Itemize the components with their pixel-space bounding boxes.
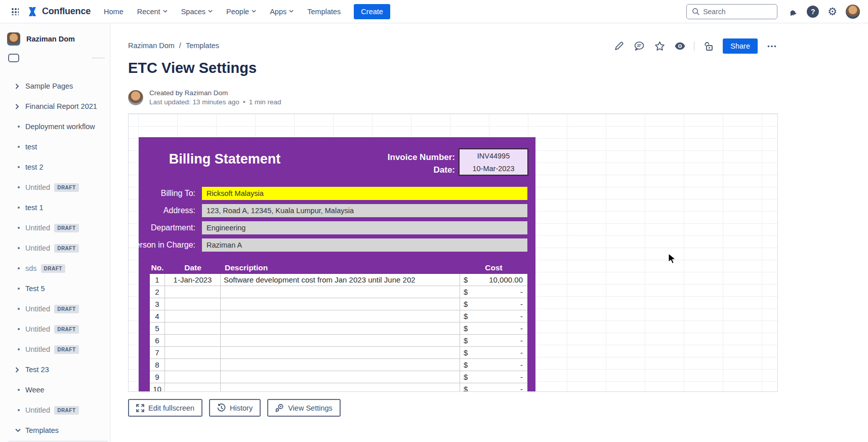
sidebar-item-templates[interactable]: Templates	[0, 420, 110, 440]
share-button[interactable]: Share	[723, 38, 758, 54]
nav-home[interactable]: Home	[104, 8, 123, 16]
app-switcher-icon[interactable]	[8, 5, 22, 19]
more-actions-icon[interactable]	[766, 40, 778, 52]
field-value: Engineering	[202, 221, 527, 234]
notifications-bell-icon[interactable]	[786, 6, 798, 18]
bullet-icon	[15, 207, 25, 209]
user-avatar[interactable]	[846, 5, 860, 19]
comment-icon[interactable]	[633, 40, 645, 52]
field-label: Person in Charge:	[139, 238, 195, 252]
sidebar-item-sds-draft[interactable]: sds DRAFT	[0, 258, 110, 278]
invoice-date-value: 10-Mar-2023	[460, 163, 527, 175]
cell-no: 4	[150, 310, 165, 322]
cell-cost: $-	[460, 359, 527, 371]
nav-people[interactable]: People	[226, 8, 256, 16]
table-row: 8 $-	[150, 359, 527, 371]
table-row: 9 $-	[150, 371, 527, 383]
star-icon[interactable]	[653, 40, 666, 52]
dot-separator: •	[243, 98, 245, 106]
topnav-right-cluster: ? ⚙	[686, 4, 860, 19]
bullet-icon	[15, 308, 25, 310]
chevron-down-icon	[252, 10, 256, 13]
table-row: 3 $-	[150, 298, 527, 310]
unlocked-padlock-icon[interactable]	[702, 40, 715, 52]
space-name: Raziman Dom	[26, 35, 75, 43]
sidebar-item-untitled-draft[interactable]: Untitled DRAFT	[0, 238, 110, 258]
page-outline-icon	[8, 54, 19, 62]
sidebar-item-untitled-draft[interactable]: Untitled DRAFT	[0, 299, 110, 319]
cell-description	[221, 383, 460, 392]
cell-no: 2	[150, 286, 165, 298]
sidebar-item-untitled-draft[interactable]: Untitled DRAFT	[0, 400, 110, 420]
sidebar-item-test[interactable]: test	[0, 137, 110, 157]
read-time: 1 min read	[249, 98, 281, 106]
bullet-icon	[15, 389, 25, 391]
sidebar-item-untitled-draft[interactable]: Untitled DRAFT	[0, 339, 110, 359]
nav-templates[interactable]: Templates	[307, 8, 341, 16]
cell-no: 6	[150, 335, 165, 346]
breadcrumb-space[interactable]: Raziman Dom	[128, 42, 175, 50]
cell-description	[221, 323, 460, 334]
sidebar-item-test-5[interactable]: Test 5	[0, 278, 110, 299]
cell-description	[221, 286, 460, 298]
sidebar: Raziman Dom Sample Pages Financial Repor…	[0, 23, 110, 442]
cell-date	[165, 335, 221, 346]
draft-badge: DRAFT	[54, 406, 78, 415]
sidebar-item-weee[interactable]: Weee	[0, 380, 110, 400]
sidebar-item-test-1[interactable]: test 1	[0, 197, 110, 218]
sidebar-item-untitled-draft[interactable]: Untitled DRAFT	[0, 218, 110, 238]
cell-description	[221, 371, 460, 383]
table-row: 7 $-	[150, 347, 527, 359]
edit-fullscreen-button[interactable]: Edit fullscreen	[128, 399, 202, 417]
search-box[interactable]	[686, 4, 777, 19]
nav-recent[interactable]: Recent	[137, 8, 168, 16]
history-button[interactable]: History	[209, 399, 261, 417]
chevron-down-icon	[163, 10, 168, 13]
cell-date	[165, 347, 221, 358]
nav-spaces[interactable]: Spaces	[181, 8, 213, 16]
breadcrumb-parent[interactable]: Templates	[186, 42, 219, 50]
cell-description	[221, 335, 460, 346]
cell-date	[165, 298, 221, 310]
invoice-date-label: Date:	[331, 164, 455, 176]
chevron-down-icon	[15, 428, 25, 432]
draft-badge: DRAFT	[54, 345, 78, 354]
confluence-brand[interactable]: Confluence	[26, 6, 91, 17]
nav-apps[interactable]: Apps	[270, 8, 294, 16]
settings-gear-icon[interactable]: ⚙	[828, 6, 837, 17]
draft-badge: DRAFT	[54, 224, 78, 232]
main-content: Raziman Dom / Templates	[111, 23, 868, 442]
author-avatar[interactable]	[128, 90, 143, 105]
embed-actions: Edit fullscreen History View Settings	[128, 399, 341, 417]
search-input[interactable]	[703, 8, 764, 16]
table-row: 10 $-	[150, 383, 527, 392]
sidebar-item-financial-report-2021[interactable]: Financial Report 2021	[0, 96, 110, 116]
help-icon[interactable]: ?	[807, 6, 819, 18]
view-settings-button[interactable]: View Settings	[267, 399, 341, 417]
cell-cost: $-	[460, 286, 527, 298]
cell-no: 7	[150, 347, 165, 358]
draft-badge: DRAFT	[54, 325, 78, 334]
sidebar-item-untitled-draft[interactable]: Untitled DRAFT	[0, 319, 110, 339]
sidebar-item-untitled-draft[interactable]: Untitled DRAFT	[0, 177, 110, 197]
create-button[interactable]: Create	[354, 4, 390, 19]
line-items-table: 1 1-Jan-2023 Software development cost f…	[150, 274, 527, 392]
sidebar-item-test-2[interactable]: test 2	[0, 157, 110, 177]
cell-description: Software development cost from Jan 2023 …	[221, 274, 460, 286]
sidebar-item-test-23[interactable]: Test 23	[0, 359, 110, 380]
cell-no: 9	[150, 371, 165, 383]
draft-badge: DRAFT	[41, 264, 65, 273]
chevron-down-icon	[289, 10, 294, 13]
space-header[interactable]: Raziman Dom	[0, 23, 110, 53]
last-updated[interactable]: Last updated: 13 minutes ago	[149, 98, 239, 106]
space-avatar	[7, 32, 20, 46]
edit-icon[interactable]	[613, 40, 625, 52]
invoice-number-value: INV44995	[460, 150, 527, 163]
sidebar-item-deployment-workflow[interactable]: Deployment workflow	[0, 116, 110, 137]
sidebar-item-sample-pages[interactable]: Sample Pages	[0, 76, 110, 96]
byline: Created by Raziman Dom Last updated: 13 …	[128, 89, 281, 106]
bullet-icon	[15, 288, 25, 290]
column-header-date: Date	[165, 262, 221, 274]
top-navigation-bar: Confluence Home Recent Spaces People App…	[0, 0, 868, 23]
watch-eye-icon[interactable]	[674, 40, 686, 52]
